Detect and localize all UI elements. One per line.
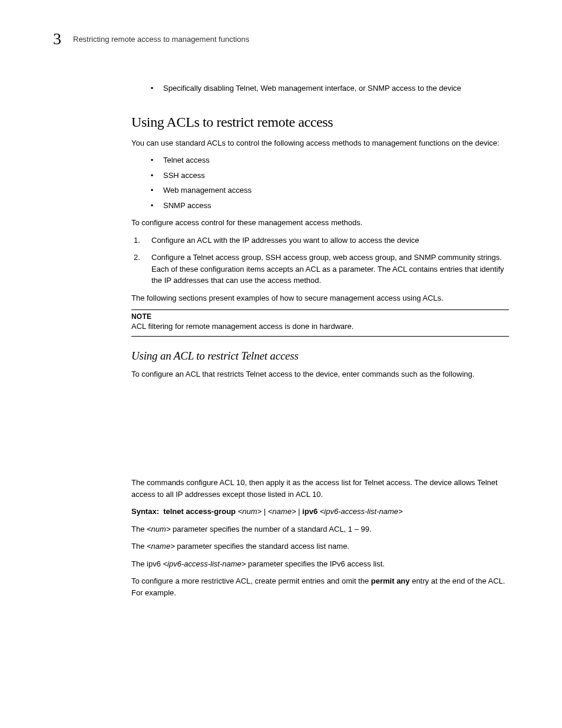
list-item-text: SSH access [163, 170, 205, 182]
paragraph: The <num> parameter specifies the number… [131, 523, 509, 535]
paragraph: To configure an ACL that restricts Telne… [131, 368, 509, 380]
paragraph: You can use standard ACLs to control the… [131, 137, 509, 149]
code-placeholder [131, 386, 509, 477]
syntax-arg: <name> [268, 507, 296, 516]
text-run-italic: <name> [147, 542, 175, 551]
syntax-command: ipv6 [302, 507, 318, 516]
list-item: • Specifically disabling Telnet, Web man… [148, 83, 509, 94]
text-run-italic: <ipv6-access-list-name> [163, 559, 246, 568]
list-item: • SSH access [148, 170, 509, 182]
syntax-command: telnet access-group [163, 507, 236, 516]
list-item-text: Specifically disabling Telnet, Web manag… [163, 83, 461, 94]
note-block: NOTE ACL filtering for remote management… [131, 309, 509, 337]
paragraph: The commands configure ACL 10, then appl… [131, 477, 509, 500]
list-item: 1. Configure an ACL with the IP addresse… [134, 235, 509, 246]
page-content: • Specifically disabling Telnet, Web man… [131, 83, 509, 598]
list-item: • Telnet access [148, 154, 509, 166]
bullet-icon: • [148, 83, 156, 94]
chapter-number: 3 [53, 29, 61, 48]
document-page: 3 Restricting remote access to managemen… [0, 0, 562, 728]
paragraph: The following sections present examples … [131, 292, 509, 304]
list-number: 2. [134, 252, 146, 286]
list-item-text: Web management access [163, 185, 252, 196]
text-run: To configure a more restrictive ACL, cre… [131, 577, 371, 585]
list-item-text: Telnet access [163, 154, 210, 166]
bullet-icon: • [148, 185, 156, 196]
syntax-arg: <ipv6-access-list-name> [320, 507, 403, 516]
list-item: • SNMP access [148, 200, 509, 212]
section-heading: Using ACLs to restrict remote access [131, 114, 509, 130]
page-header: 3 Restricting remote access to managemen… [53, 29, 509, 48]
syntax-line: Syntax: telnet access-group <num> | <nam… [131, 506, 509, 518]
list-item-text: Configure an ACL with the IP addresses y… [151, 235, 419, 246]
syntax-label: Syntax: [131, 507, 159, 516]
text-run: parameter specifies the standard access … [175, 542, 349, 551]
paragraph: The ipv6 <ipv6-access-list-name> paramet… [131, 558, 509, 570]
text-run-italic: <num> [147, 525, 170, 533]
list-item-text: SNMP access [163, 200, 211, 212]
text-run: parameter specifies the IPv6 access list… [246, 559, 385, 568]
syntax-arg: <num> [238, 507, 262, 516]
list-number: 1. [134, 235, 146, 246]
text-run-bold: permit any [371, 577, 410, 585]
note-title: NOTE [131, 312, 509, 321]
paragraph: To configure a more restrictive ACL, cre… [131, 575, 509, 598]
subsection-heading: Using an ACL to restrict Telnet access [131, 350, 509, 363]
paragraph: The <name> parameter specifies the stand… [131, 541, 509, 552]
bullet-icon: • [148, 154, 156, 166]
bullet-icon: • [148, 170, 156, 182]
note-body: ACL filtering for remote management acce… [131, 321, 509, 332]
bullet-icon: • [148, 200, 156, 212]
paragraph: To configure access control for these ma… [131, 217, 509, 229]
list-item: 2. Configure a Telnet access group, SSH … [134, 252, 509, 286]
list-item-text: Configure a Telnet access group, SSH acc… [151, 252, 509, 286]
list-item: • Web management access [148, 185, 509, 196]
syntax-sep: | [264, 507, 268, 516]
text-run: The ipv6 [131, 559, 163, 568]
text-run: The [131, 542, 147, 551]
text-run: parameter specifies the number of a stan… [171, 525, 372, 533]
text-run: The [131, 525, 147, 533]
running-title: Restricting remote access to management … [73, 35, 249, 44]
